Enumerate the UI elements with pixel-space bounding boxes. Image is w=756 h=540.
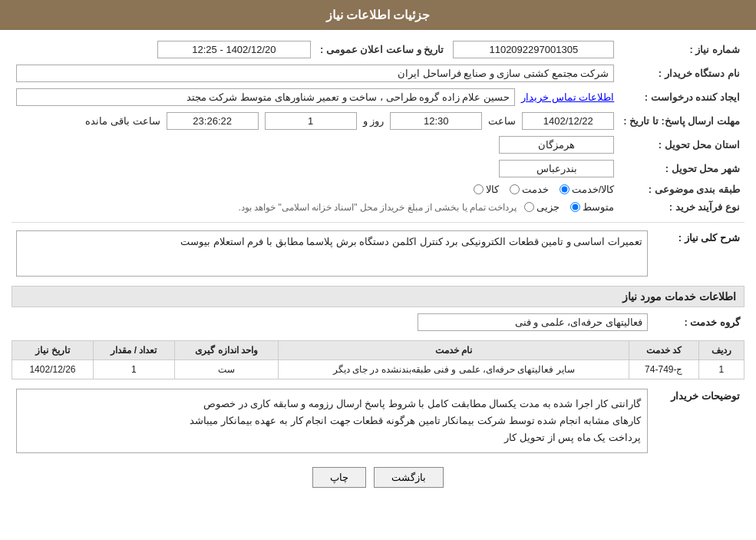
sharh-koli-table: شرح کلی نیاز : تعمیرات اساسی و تامین قطع… xyxy=(12,227,744,280)
back-button[interactable]: بازگشت xyxy=(374,467,444,488)
mohlat-date: 1402/12/22 xyxy=(522,112,614,130)
cell-tarikh-niaz: 1402/12/26 xyxy=(12,360,94,379)
noe-farayand-radio-group: متوسط جزیی xyxy=(524,201,614,213)
tosih-line1: گارانتی کار اجرا شده به مدت یکسال مطابقت… xyxy=(23,396,641,412)
sharh-koli-label: شرح کلی نیاز : xyxy=(652,227,744,280)
page-header: جزئیات اطلاعات نیاز xyxy=(0,0,756,30)
ijad-konande-link[interactable]: اطلاعات تماس خریدار xyxy=(521,91,614,103)
tarikh-value: 1402/12/20 - 12:25 xyxy=(157,41,311,58)
col-kod-khadamat: کد خدمت xyxy=(629,341,698,360)
tosih-kharidar-table: توضیحات خریدار گارانتی کار اجرا شده به م… xyxy=(12,386,744,456)
mohlat-label: مهلت ارسال پاسخ: تا تاریخ : xyxy=(619,109,744,133)
tosih-line2: کارهای مشابه انجام شده توسط شرکت بیمانکا… xyxy=(23,412,641,429)
noe-farayand-label: نوع فرآیند خرید : xyxy=(619,198,744,216)
info-table: شماره نیاز : 1102092297001305 تاریخ و سا… xyxy=(12,38,744,216)
khadamat-header: اطلاعات خدمات مورد نیاز xyxy=(12,286,744,307)
cell-kod-khadamat: ج-749-74 xyxy=(629,360,698,379)
nam-dasgah-value: شرکت مجتمع کشتی سازی و صنایع فراساحل ایر… xyxy=(16,65,614,82)
tosih-kharidar-box: گارانتی کار اجرا شده به مدت یکسال مطابقت… xyxy=(16,389,648,453)
ijad-konande-value: حسین علام زاده گروه طراحی ، ساخت و تعمیر… xyxy=(16,88,515,106)
col-tarikh: تاریخ نیاز xyxy=(12,341,94,360)
col-radif: ردیف xyxy=(698,341,744,360)
mohlat-roz: 1 xyxy=(265,112,357,130)
ostan-value: هرمزگان xyxy=(499,136,614,154)
noe-farayand-desc: پرداخت تمام یا بخشی از مبلغ خریداز محل "… xyxy=(238,202,517,213)
col-nam-khadamat: نام خدمت xyxy=(279,341,629,360)
tarikh-label: تاریخ و ساعت اعلان عمومی : xyxy=(315,38,448,61)
content-area: شماره نیاز : 1102092297001305 تاریخ و سا… xyxy=(0,30,756,503)
page-wrapper: جزئیات اطلاعات نیاز شماره نیاز : 1102092… xyxy=(0,0,756,540)
cell-radif: 1 xyxy=(698,360,744,379)
page-title: جزئیات اطلاعات نیاز xyxy=(326,8,431,22)
services-table: ردیف کد خدمت نام خدمت واحد اندازه گیری ت… xyxy=(12,340,744,379)
roz-label: روز و xyxy=(363,115,385,127)
cell-vahed: ست xyxy=(174,360,279,379)
button-row: بازگشت چاپ xyxy=(12,467,744,488)
noe-farayand-motawaset[interactable]: متوسط xyxy=(570,201,614,213)
baqi-label: ساعت باقی مانده xyxy=(85,115,160,127)
sharh-koli-value: تعمیرات اساسی و تامین قطعات الکترونیکی ب… xyxy=(16,230,648,277)
tabaqe-kala-khidmat[interactable]: کالا/خدمت xyxy=(560,184,615,195)
noe-farayand-jozi[interactable]: جزیی xyxy=(524,201,560,213)
grohe-khadamat-label: گروه خدمت : xyxy=(652,310,744,334)
ostan-label: استان محل تحویل : xyxy=(619,133,744,157)
print-button[interactable]: چاپ xyxy=(312,467,366,488)
mohlat-time: 12:30 xyxy=(390,112,482,130)
col-vahed: واحد اندازه گیری xyxy=(174,341,279,360)
nam-dasgah-label: نام دستگاه خریدار : xyxy=(619,61,744,85)
tabaqe-radio-group: کالا/خدمت خدمت کالا xyxy=(16,184,614,195)
grohe-khadamat-table: گروه خدمت : فعالیتهای حرفه‌ای، علمی و فن… xyxy=(12,310,744,334)
shomare-niaz-value: 1102092297001305 xyxy=(453,41,614,58)
saat-label: ساعت xyxy=(488,115,516,127)
tabaqe-khidmat[interactable]: خدمت xyxy=(510,184,549,195)
ijad-konande-label: ایجاد کننده درخواست : xyxy=(619,85,744,109)
tosih-line3: پرداخت یک ماه پس از تحویل کار xyxy=(23,429,641,446)
shahr-label: شهر محل تحویل : xyxy=(619,157,744,181)
shomare-niaz-label: شماره نیاز : xyxy=(619,38,744,61)
tabaqe-label: طبقه بندی موضوعی : xyxy=(619,181,744,198)
tosih-kharidar-label: توضیحات خریدار xyxy=(652,386,744,456)
mohlat-baghimande: 23:26:22 xyxy=(167,112,259,130)
table-row: 1 ج-749-74 سایر فعالیتهای حرفه‌ای، علمی … xyxy=(12,360,744,379)
cell-tedad: 1 xyxy=(93,360,174,379)
shahr-value: بندرعباس xyxy=(499,160,614,177)
cell-nam-khadamat: سایر فعالیتهای حرفه‌ای، علمی و فنی طبقه‌… xyxy=(279,360,629,379)
tabaqe-kala[interactable]: کالا xyxy=(474,184,499,195)
col-tedad: تعداد / مقدار xyxy=(93,341,174,360)
grohe-khadamat-value: فعالیتهای حرفه‌ای، علمی و فنی xyxy=(418,313,648,331)
